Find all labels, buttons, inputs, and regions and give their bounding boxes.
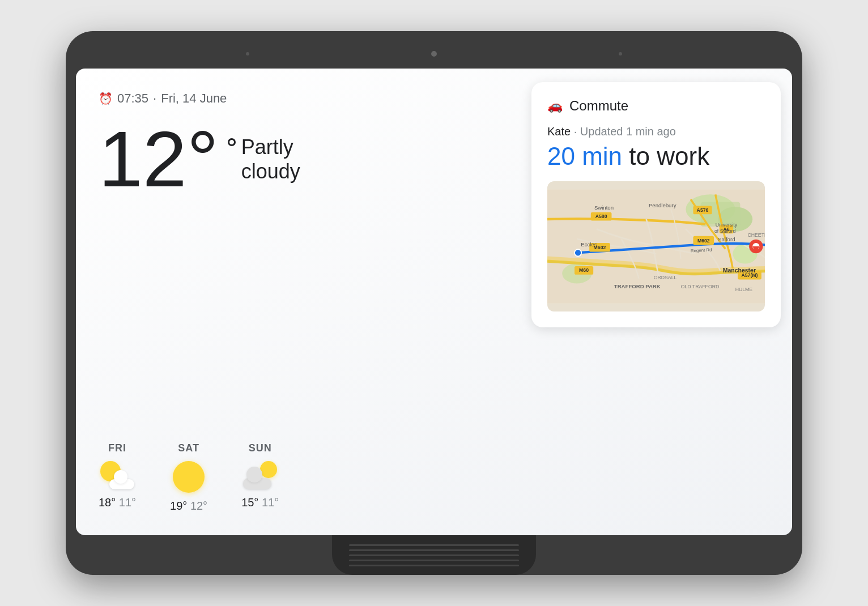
- google-home-hub-device: ⏰ 07:35 · Fri, 14 June 12° Partly: [66, 31, 802, 575]
- svg-point-35: [575, 250, 581, 257]
- device-screen[interactable]: ⏰ 07:35 · Fri, 14 June 12° Partly: [76, 69, 792, 535]
- datetime-row: ⏰ 07:35 · Fri, 14 June: [99, 91, 497, 106]
- svg-text:A580: A580: [595, 214, 607, 220]
- forecast-fri-icon: [100, 461, 134, 489]
- forecast-fri-label: FRI: [108, 442, 126, 454]
- svg-text:ORDSALL: ORDSALL: [654, 275, 677, 281]
- condition-line1: Partly: [241, 135, 300, 159]
- forecast-sun-icon: [243, 461, 277, 489]
- commute-card: 🚗 Commute Kate · Updated 1 min ago 20 mi…: [531, 82, 781, 327]
- commute-suffix: to work: [629, 142, 709, 170]
- svg-text:M60: M60: [579, 268, 589, 274]
- weather-panel: ⏰ 07:35 · Fri, 14 June 12° Partly: [76, 69, 520, 535]
- forecast-sun-label: SUN: [249, 442, 272, 454]
- commute-header: 🚗 Commute: [547, 98, 765, 114]
- forecast-fri-temps: 18° 11°: [99, 496, 136, 509]
- svg-text:University: University: [716, 222, 738, 228]
- svg-text:Pendlebury: Pendlebury: [649, 202, 676, 208]
- forecast-sat-icon: [173, 461, 205, 493]
- forecast-sat-label: SAT: [178, 442, 199, 454]
- svg-text:M602: M602: [697, 238, 710, 244]
- condition-block: Partly cloudy: [228, 135, 300, 183]
- svg-text:OLD TRAFFORD: OLD TRAFFORD: [681, 284, 720, 290]
- indicator-dot-right: [619, 52, 622, 56]
- condition-dot-icon: [228, 138, 236, 146]
- temperature-display: 12°: [99, 120, 219, 199]
- indicator-dot-left: [246, 52, 249, 56]
- current-time: 07:35: [117, 91, 148, 106]
- device-speaker: [332, 535, 536, 575]
- svg-text:A576: A576: [697, 207, 709, 213]
- svg-text:Salford: Salford: [718, 237, 735, 243]
- clock-icon: ⏰: [99, 92, 113, 105]
- commute-unit: min: [582, 142, 622, 170]
- car-icon: 🚗: [547, 99, 563, 113]
- svg-text:Swinton: Swinton: [594, 204, 614, 211]
- commute-map: M602 M602 M60 A57(M): [547, 181, 765, 311]
- svg-text:of Salford: of Salford: [714, 228, 735, 234]
- datetime-separator: ·: [153, 91, 156, 106]
- forecast-sat: SAT 19° 12°: [170, 442, 207, 513]
- forecast-sun: SUN 15° 11°: [241, 442, 279, 513]
- speaker-grille: [349, 541, 519, 569]
- forecast-fri: FRI 18° 11°: [99, 442, 136, 513]
- condition-dot-row: Partly cloudy: [228, 135, 300, 183]
- current-date: Fri, 14 June: [161, 91, 227, 106]
- svg-text:CHEETHAM HILL: CHEETHAM HILL: [747, 232, 765, 238]
- map-svg: M602 M602 M60 A57(M): [547, 181, 765, 311]
- svg-text:HULME: HULME: [735, 287, 753, 292]
- commute-person: Kate · Updated 1 min ago: [547, 125, 765, 138]
- commute-minutes: 20: [547, 142, 575, 170]
- commute-title: Commute: [569, 98, 628, 114]
- svg-text:TRAFFORD PARK: TRAFFORD PARK: [614, 284, 661, 290]
- camera-sensor: [431, 51, 437, 57]
- forecast-sun-temps: 15° 11°: [241, 496, 279, 509]
- condition-text: Partly cloudy: [241, 135, 300, 183]
- forecast-sat-temps: 19° 12°: [170, 500, 207, 513]
- condition-line2: cloudy: [241, 159, 300, 183]
- temperature-condition-row: 12° Partly cloudy: [99, 120, 497, 199]
- device-top-bar: [76, 41, 792, 66]
- svg-text:Eccles: Eccles: [581, 241, 597, 247]
- commute-panel: 🚗 Commute Kate · Updated 1 min ago 20 mi…: [520, 69, 792, 535]
- svg-text:Manchester: Manchester: [723, 268, 756, 274]
- commute-time-text: 20 min to work: [547, 143, 765, 170]
- forecast-row: FRI 18° 11° SAT 19: [99, 431, 497, 513]
